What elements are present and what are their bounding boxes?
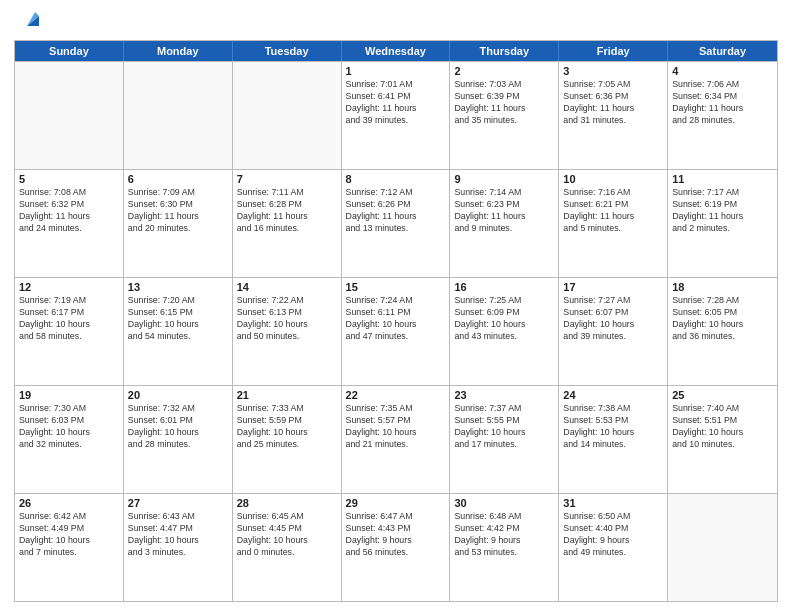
day-info: Sunrise: 6:47 AM Sunset: 4:43 PM Dayligh… [346,511,446,559]
calendar-cell: 1Sunrise: 7:01 AM Sunset: 6:41 PM Daylig… [342,62,451,169]
calendar-cell: 24Sunrise: 7:38 AM Sunset: 5:53 PM Dayli… [559,386,668,493]
day-info: Sunrise: 7:25 AM Sunset: 6:09 PM Dayligh… [454,295,554,343]
day-info: Sunrise: 7:16 AM Sunset: 6:21 PM Dayligh… [563,187,663,235]
day-number: 8 [346,173,446,185]
calendar-cell: 17Sunrise: 7:27 AM Sunset: 6:07 PM Dayli… [559,278,668,385]
day-info: Sunrise: 7:01 AM Sunset: 6:41 PM Dayligh… [346,79,446,127]
day-number: 6 [128,173,228,185]
day-info: Sunrise: 6:42 AM Sunset: 4:49 PM Dayligh… [19,511,119,559]
calendar-row: 5Sunrise: 7:08 AM Sunset: 6:32 PM Daylig… [15,169,777,277]
header [14,10,778,34]
day-info: Sunrise: 7:06 AM Sunset: 6:34 PM Dayligh… [672,79,773,127]
calendar-cell: 13Sunrise: 7:20 AM Sunset: 6:15 PM Dayli… [124,278,233,385]
calendar-row: 12Sunrise: 7:19 AM Sunset: 6:17 PM Dayli… [15,277,777,385]
day-number: 19 [19,389,119,401]
day-info: Sunrise: 7:14 AM Sunset: 6:23 PM Dayligh… [454,187,554,235]
day-info: Sunrise: 7:38 AM Sunset: 5:53 PM Dayligh… [563,403,663,451]
calendar-row: 19Sunrise: 7:30 AM Sunset: 6:03 PM Dayli… [15,385,777,493]
calendar-cell: 8Sunrise: 7:12 AM Sunset: 6:26 PM Daylig… [342,170,451,277]
day-number: 21 [237,389,337,401]
day-number: 29 [346,497,446,509]
day-number: 28 [237,497,337,509]
calendar-cell: 15Sunrise: 7:24 AM Sunset: 6:11 PM Dayli… [342,278,451,385]
weekday-header: Monday [124,41,233,61]
day-number: 14 [237,281,337,293]
day-number: 22 [346,389,446,401]
calendar-cell: 9Sunrise: 7:14 AM Sunset: 6:23 PM Daylig… [450,170,559,277]
calendar-body: 1Sunrise: 7:01 AM Sunset: 6:41 PM Daylig… [15,61,777,601]
day-number: 15 [346,281,446,293]
day-info: Sunrise: 7:17 AM Sunset: 6:19 PM Dayligh… [672,187,773,235]
calendar-cell: 22Sunrise: 7:35 AM Sunset: 5:57 PM Dayli… [342,386,451,493]
day-number: 23 [454,389,554,401]
day-number: 1 [346,65,446,77]
calendar-cell: 29Sunrise: 6:47 AM Sunset: 4:43 PM Dayli… [342,494,451,601]
day-info: Sunrise: 6:50 AM Sunset: 4:40 PM Dayligh… [563,511,663,559]
calendar-cell: 4Sunrise: 7:06 AM Sunset: 6:34 PM Daylig… [668,62,777,169]
calendar-cell: 11Sunrise: 7:17 AM Sunset: 6:19 PM Dayli… [668,170,777,277]
day-info: Sunrise: 7:12 AM Sunset: 6:26 PM Dayligh… [346,187,446,235]
day-number: 18 [672,281,773,293]
calendar-page: SundayMondayTuesdayWednesdayThursdayFrid… [0,0,792,612]
calendar-cell: 12Sunrise: 7:19 AM Sunset: 6:17 PM Dayli… [15,278,124,385]
calendar-cell: 26Sunrise: 6:42 AM Sunset: 4:49 PM Dayli… [15,494,124,601]
weekday-header: Sunday [15,41,124,61]
calendar-header: SundayMondayTuesdayWednesdayThursdayFrid… [15,41,777,61]
calendar-cell: 14Sunrise: 7:22 AM Sunset: 6:13 PM Dayli… [233,278,342,385]
day-number: 24 [563,389,663,401]
day-number: 26 [19,497,119,509]
weekday-header: Tuesday [233,41,342,61]
calendar-cell: 30Sunrise: 6:48 AM Sunset: 4:42 PM Dayli… [450,494,559,601]
day-info: Sunrise: 7:28 AM Sunset: 6:05 PM Dayligh… [672,295,773,343]
day-number: 7 [237,173,337,185]
day-info: Sunrise: 7:09 AM Sunset: 6:30 PM Dayligh… [128,187,228,235]
calendar-cell: 10Sunrise: 7:16 AM Sunset: 6:21 PM Dayli… [559,170,668,277]
day-number: 13 [128,281,228,293]
weekday-header: Saturday [668,41,777,61]
day-number: 31 [563,497,663,509]
day-number: 5 [19,173,119,185]
day-number: 20 [128,389,228,401]
day-info: Sunrise: 7:22 AM Sunset: 6:13 PM Dayligh… [237,295,337,343]
day-number: 25 [672,389,773,401]
day-info: Sunrise: 7:20 AM Sunset: 6:15 PM Dayligh… [128,295,228,343]
calendar: SundayMondayTuesdayWednesdayThursdayFrid… [14,40,778,602]
day-info: Sunrise: 7:30 AM Sunset: 6:03 PM Dayligh… [19,403,119,451]
day-info: Sunrise: 7:03 AM Sunset: 6:39 PM Dayligh… [454,79,554,127]
calendar-cell [15,62,124,169]
day-info: Sunrise: 6:48 AM Sunset: 4:42 PM Dayligh… [454,511,554,559]
calendar-cell: 18Sunrise: 7:28 AM Sunset: 6:05 PM Dayli… [668,278,777,385]
logo-icon [17,6,45,34]
calendar-cell: 7Sunrise: 7:11 AM Sunset: 6:28 PM Daylig… [233,170,342,277]
calendar-cell: 25Sunrise: 7:40 AM Sunset: 5:51 PM Dayli… [668,386,777,493]
calendar-row: 26Sunrise: 6:42 AM Sunset: 4:49 PM Dayli… [15,493,777,601]
calendar-row: 1Sunrise: 7:01 AM Sunset: 6:41 PM Daylig… [15,61,777,169]
day-info: Sunrise: 7:35 AM Sunset: 5:57 PM Dayligh… [346,403,446,451]
calendar-cell: 2Sunrise: 7:03 AM Sunset: 6:39 PM Daylig… [450,62,559,169]
day-number: 3 [563,65,663,77]
calendar-cell: 28Sunrise: 6:45 AM Sunset: 4:45 PM Dayli… [233,494,342,601]
day-info: Sunrise: 7:37 AM Sunset: 5:55 PM Dayligh… [454,403,554,451]
calendar-cell: 27Sunrise: 6:43 AM Sunset: 4:47 PM Dayli… [124,494,233,601]
day-number: 12 [19,281,119,293]
day-info: Sunrise: 7:33 AM Sunset: 5:59 PM Dayligh… [237,403,337,451]
calendar-cell [233,62,342,169]
day-info: Sunrise: 7:27 AM Sunset: 6:07 PM Dayligh… [563,295,663,343]
calendar-cell [124,62,233,169]
day-number: 17 [563,281,663,293]
calendar-cell: 31Sunrise: 6:50 AM Sunset: 4:40 PM Dayli… [559,494,668,601]
calendar-cell: 6Sunrise: 7:09 AM Sunset: 6:30 PM Daylig… [124,170,233,277]
weekday-header: Friday [559,41,668,61]
day-info: Sunrise: 6:45 AM Sunset: 4:45 PM Dayligh… [237,511,337,559]
day-info: Sunrise: 7:40 AM Sunset: 5:51 PM Dayligh… [672,403,773,451]
day-number: 9 [454,173,554,185]
logo [14,14,45,34]
day-number: 27 [128,497,228,509]
calendar-cell: 21Sunrise: 7:33 AM Sunset: 5:59 PM Dayli… [233,386,342,493]
calendar-cell: 19Sunrise: 7:30 AM Sunset: 6:03 PM Dayli… [15,386,124,493]
calendar-cell: 16Sunrise: 7:25 AM Sunset: 6:09 PM Dayli… [450,278,559,385]
weekday-header: Wednesday [342,41,451,61]
day-info: Sunrise: 7:24 AM Sunset: 6:11 PM Dayligh… [346,295,446,343]
day-number: 11 [672,173,773,185]
day-number: 30 [454,497,554,509]
